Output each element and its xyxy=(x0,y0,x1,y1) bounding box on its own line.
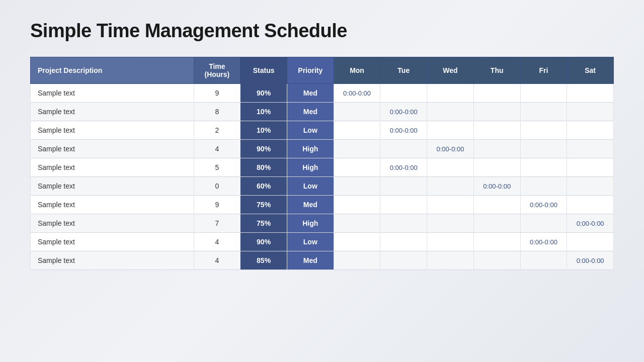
cell-time: 9 xyxy=(194,196,240,214)
cell-thu xyxy=(473,121,520,140)
cell-sat xyxy=(567,196,614,214)
cell-tue: 0:00-0:00 xyxy=(380,121,427,140)
cell-thu xyxy=(473,140,520,158)
cell-tue: 0:00-0:00 xyxy=(380,158,427,177)
cell-time: 2 xyxy=(194,121,240,140)
cell-status: 90% xyxy=(240,233,287,251)
cell-priority: Low xyxy=(287,121,334,140)
cell-priority: Low xyxy=(287,233,334,251)
cell-priority: Med xyxy=(287,196,334,214)
cell-wed xyxy=(427,103,474,121)
cell-project: Sample text xyxy=(31,140,194,158)
table-row: Sample text990%Med0:00-0:00 xyxy=(31,84,614,103)
header-mon: Mon xyxy=(334,57,380,84)
cell-status: 60% xyxy=(240,177,287,196)
cell-priority: Med xyxy=(287,103,334,121)
table-row: Sample text210%Low0:00-0:00 xyxy=(31,121,614,140)
cell-fri: 0:00-0:00 xyxy=(520,196,567,214)
table-row: Sample text485%Med0:00-0:00 xyxy=(31,251,614,270)
cell-mon xyxy=(334,196,380,214)
cell-status: 90% xyxy=(240,140,287,158)
table-row: Sample text490%Low0:00-0:00 xyxy=(31,233,614,251)
cell-sat xyxy=(567,103,614,121)
schedule-table: Project Description Time(Hours) Status P… xyxy=(30,57,614,270)
header-wed: Wed xyxy=(427,57,474,84)
cell-wed xyxy=(427,84,474,103)
cell-wed xyxy=(427,214,474,233)
cell-project: Sample text xyxy=(31,158,194,177)
cell-fri xyxy=(520,121,567,140)
cell-tue xyxy=(380,214,427,233)
cell-time: 8 xyxy=(194,103,240,121)
cell-project: Sample text xyxy=(31,251,194,270)
cell-project: Sample text xyxy=(31,177,194,196)
cell-thu xyxy=(473,196,520,214)
cell-status: 85% xyxy=(240,251,287,270)
table-row: Sample text775%High0:00-0:00 xyxy=(31,214,614,233)
cell-sat xyxy=(567,121,614,140)
cell-mon xyxy=(334,177,380,196)
cell-fri: 0:00-0:00 xyxy=(520,233,567,251)
table-row: Sample text810%Med0:00-0:00 xyxy=(31,103,614,121)
cell-mon xyxy=(334,158,380,177)
cell-fri xyxy=(520,251,567,270)
cell-project: Sample text xyxy=(31,121,194,140)
cell-sat xyxy=(567,233,614,251)
cell-mon xyxy=(334,121,380,140)
cell-project: Sample text xyxy=(31,196,194,214)
cell-project: Sample text xyxy=(31,103,194,121)
cell-mon xyxy=(334,140,380,158)
cell-wed xyxy=(427,177,474,196)
header-thu: Thu xyxy=(473,57,520,84)
cell-tue xyxy=(380,251,427,270)
cell-fri xyxy=(520,103,567,121)
cell-wed xyxy=(427,196,474,214)
cell-time: 0 xyxy=(194,177,240,196)
cell-mon xyxy=(334,251,380,270)
header-time: Time(Hours) xyxy=(194,57,240,84)
table-row: Sample text975%Med0:00-0:00 xyxy=(31,196,614,214)
cell-status: 80% xyxy=(240,158,287,177)
cell-priority: High xyxy=(287,140,334,158)
cell-time: 9 xyxy=(194,84,240,103)
cell-thu: 0:00-0:00 xyxy=(473,177,520,196)
cell-time: 4 xyxy=(194,233,240,251)
cell-mon xyxy=(334,233,380,251)
cell-priority: Low xyxy=(287,177,334,196)
cell-tue xyxy=(380,233,427,251)
cell-sat xyxy=(567,177,614,196)
cell-status: 90% xyxy=(240,84,287,103)
table-row: Sample text490%High0:00-0:00 xyxy=(31,140,614,158)
cell-wed xyxy=(427,121,474,140)
cell-thu xyxy=(473,84,520,103)
cell-status: 10% xyxy=(240,121,287,140)
header-sat: Sat xyxy=(567,57,614,84)
cell-time: 4 xyxy=(194,251,240,270)
cell-priority: High xyxy=(287,214,334,233)
cell-time: 5 xyxy=(194,158,240,177)
cell-priority: High xyxy=(287,158,334,177)
cell-thu xyxy=(473,233,520,251)
cell-tue xyxy=(380,84,427,103)
cell-status: 75% xyxy=(240,196,287,214)
cell-wed xyxy=(427,251,474,270)
header-project: Project Description xyxy=(31,57,194,84)
cell-fri xyxy=(520,140,567,158)
cell-thu xyxy=(473,251,520,270)
cell-sat: 0:00-0:00 xyxy=(567,251,614,270)
cell-sat: 0:00-0:00 xyxy=(567,214,614,233)
cell-thu xyxy=(473,103,520,121)
cell-thu xyxy=(473,214,520,233)
cell-project: Sample text xyxy=(31,84,194,103)
table-header-row: Project Description Time(Hours) Status P… xyxy=(31,57,614,84)
cell-thu xyxy=(473,158,520,177)
cell-wed xyxy=(427,233,474,251)
cell-project: Sample text xyxy=(31,233,194,251)
cell-mon: 0:00-0:00 xyxy=(334,84,380,103)
header-fri: Fri xyxy=(520,57,567,84)
table-row: Sample text060%Low0:00-0:00 xyxy=(31,177,614,196)
cell-priority: Med xyxy=(287,84,334,103)
cell-sat xyxy=(567,140,614,158)
cell-tue: 0:00-0:00 xyxy=(380,103,427,121)
cell-fri xyxy=(520,84,567,103)
